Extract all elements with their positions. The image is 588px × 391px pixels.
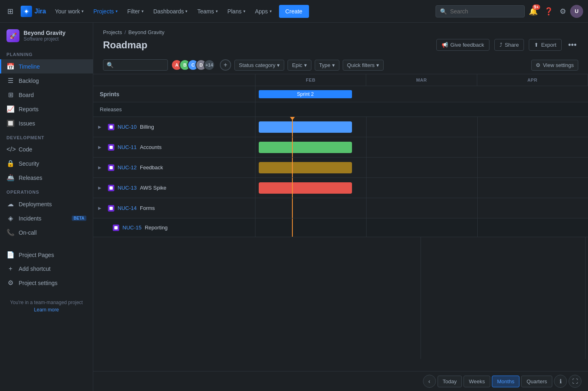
timeline-body: ▶ NUC-10 Billing: [93, 117, 588, 371]
board-icon: ⊞: [6, 91, 15, 99]
nav-filter[interactable]: Filter ▾: [123, 5, 148, 18]
epic-chevron-icon: ▾: [304, 62, 307, 68]
issue-info-nuc15[interactable]: NUC-15 Reporting: [93, 218, 255, 237]
give-feedback-button[interactable]: 📢 Give feedback: [436, 39, 489, 51]
months-button[interactable]: Months: [492, 376, 520, 387]
issue-info-nuc14[interactable]: ▶ NUC-14 Forms: [93, 198, 255, 218]
share-button[interactable]: ⤴ Share: [494, 39, 524, 51]
quarters-button[interactable]: Quarters: [521, 376, 552, 387]
settings-button[interactable]: ⚙: [557, 4, 569, 18]
issue-info-nuc11[interactable]: ▶ NUC-11 Accounts: [93, 137, 255, 157]
share-icon: ⤴: [500, 42, 502, 48]
quick-filters-button[interactable]: Quick filters ▾: [343, 60, 384, 71]
today-button[interactable]: Today: [438, 376, 462, 387]
sidebar-item-code[interactable]: </> Code: [0, 143, 93, 156]
sidebar-item-board[interactable]: ⊞ Board: [0, 88, 93, 102]
project-type: Software project: [24, 36, 65, 42]
prev-button[interactable]: ‹: [423, 375, 436, 388]
planning-section-label: PLANNING: [0, 47, 93, 59]
issue-info-nuc13[interactable]: ▶ NUC-13 AWS Spike: [93, 178, 255, 198]
jira-logo-icon: [21, 6, 32, 17]
add-people-button[interactable]: +: [220, 59, 231, 71]
issue-info-nuc10[interactable]: ▶ NUC-10 Billing: [93, 117, 255, 137]
sidebar-item-incidents[interactable]: ◈ Incidents BETA: [0, 211, 93, 225]
sidebar-item-issues[interactable]: 🔲 Issues: [0, 116, 93, 130]
sidebar-item-reports[interactable]: 📈 Reports: [0, 102, 93, 116]
toolbar: 🔍 A B C D +14 + Status category ▾ Epic ▾…: [93, 56, 588, 74]
nav-teams[interactable]: Teams ▾: [193, 5, 221, 18]
notifications-button[interactable]: 🔔 9+: [526, 4, 540, 18]
type-filter[interactable]: Type ▾: [315, 60, 339, 71]
expand-nuc13[interactable]: ▶: [98, 186, 105, 190]
issue-type-icon-nuc12: [108, 164, 114, 171]
info-button[interactable]: ℹ: [554, 375, 567, 388]
issue-key-nuc15: NUC-15: [122, 225, 142, 231]
status-chevron-icon: ▾: [277, 62, 280, 68]
more-options-button[interactable]: •••: [567, 39, 578, 51]
issue-name-nuc13: AWS Spike: [140, 185, 166, 191]
sidebar-item-project-settings[interactable]: ⚙ Project settings: [0, 276, 93, 290]
sidebar-item-security[interactable]: 🔒 Security: [0, 156, 93, 171]
gantt-bar-nuc10: [259, 121, 352, 133]
toolbar-search-input[interactable]: [116, 62, 164, 68]
add-shortcut-icon: +: [6, 265, 15, 272]
oncall-label: On-call: [19, 229, 86, 236]
expand-nuc14[interactable]: ▶: [98, 206, 105, 210]
backlog-label: Backlog: [19, 78, 86, 84]
toolbar-search[interactable]: 🔍: [103, 59, 168, 71]
add-shortcut-label: Add shortcut: [19, 266, 86, 272]
beta-badge: BETA: [72, 216, 86, 221]
sidebar-item-project-pages[interactable]: 📄 Project Pages: [0, 248, 93, 262]
create-button[interactable]: Create: [279, 5, 309, 18]
sidebar-item-deployments[interactable]: ☁ Deployments: [0, 197, 93, 211]
avatar-count[interactable]: +14: [204, 59, 215, 71]
sidebar-item-add-shortcut[interactable]: + Add shortcut: [0, 262, 93, 276]
help-button[interactable]: ❓: [542, 4, 556, 18]
sidebar-item-oncall[interactable]: 📞 On-call: [0, 225, 93, 240]
month-mar: MAR: [366, 74, 477, 86]
breadcrumb: Projects / Beyond Gravity: [103, 29, 578, 35]
learn-more-link[interactable]: Learn more: [3, 307, 90, 313]
expand-nuc12[interactable]: ▶: [98, 165, 105, 170]
epic-filter[interactable]: Epic ▾: [288, 60, 311, 71]
expand-nuc11[interactable]: ▶: [98, 145, 105, 149]
expand-nuc10[interactable]: ▶: [98, 125, 105, 129]
issue-info-nuc12[interactable]: ▶ NUC-12 Feedback: [93, 158, 255, 177]
nav-your-work[interactable]: Your work ▾: [51, 5, 88, 18]
project-icon: 🚀: [6, 29, 19, 42]
nav-projects[interactable]: Projects ▾: [89, 5, 122, 18]
page-title: Roadmap: [103, 39, 147, 51]
status-category-filter[interactable]: Status category ▾: [234, 60, 284, 71]
breadcrumb-project[interactable]: Beyond Gravity: [129, 29, 165, 35]
incidents-label: Incidents: [19, 215, 66, 222]
issue-type-icon-nuc11: [108, 144, 114, 151]
export-icon: ⬆: [534, 42, 539, 48]
weeks-button[interactable]: Weeks: [464, 376, 490, 387]
nav-plans[interactable]: Plans ▾: [223, 5, 249, 18]
bar-area-nuc11: [255, 137, 588, 157]
timeline-left-header: [93, 74, 255, 86]
nav-dashboards[interactable]: Dashboards ▾: [149, 5, 192, 18]
expand-button[interactable]: ⛶: [569, 375, 582, 388]
export-button[interactable]: ⬆ Export: [529, 39, 562, 51]
releases-area: [255, 102, 588, 117]
board-label: Board: [19, 92, 86, 98]
sidebar-item-releases[interactable]: 🚢 Releases: [0, 171, 93, 185]
search-input[interactable]: [450, 8, 520, 15]
operations-section-label: OPERATIONS: [0, 185, 93, 197]
search-box[interactable]: 🔍: [436, 5, 525, 17]
jira-logo[interactable]: Jira: [21, 6, 46, 17]
project-pages-icon: 📄: [6, 251, 15, 259]
issues-label: Issues: [19, 120, 86, 127]
gantt-bar-nuc13: [259, 182, 352, 194]
nav-apps[interactable]: Apps ▾: [251, 5, 276, 18]
issue-name-nuc15: Reporting: [145, 225, 167, 231]
sidebar-item-timeline[interactable]: 📅 Timeline: [0, 59, 93, 73]
user-avatar[interactable]: U: [570, 5, 583, 18]
type-chevron-icon: ▾: [332, 62, 335, 68]
deployments-label: Deployments: [19, 201, 86, 207]
view-settings-button[interactable]: ⚙ View settings: [531, 60, 578, 71]
breadcrumb-projects[interactable]: Projects: [103, 29, 122, 35]
sidebar-item-backlog[interactable]: ☰ Backlog: [0, 73, 93, 88]
grid-menu-icon[interactable]: ⊞: [5, 4, 16, 18]
